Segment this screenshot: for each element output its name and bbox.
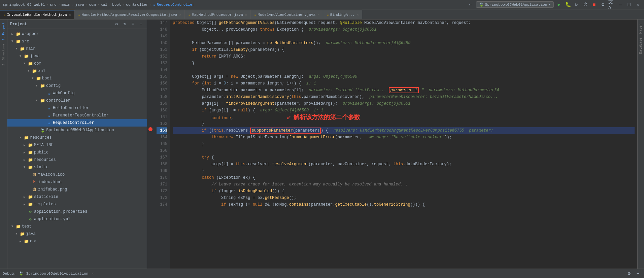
arrow-test: ▼ [11,225,15,228]
sidebar-title: Project [10,22,27,27]
tree-item-hello-controller[interactable]: ▶ ☕ HelloController [7,104,147,112]
tree-item-xu1[interactable]: ▼ 📁 xu1 [7,67,147,75]
tab-invocable-handler[interactable]: ☕ InvocableHandlerMethod.java ✕ [0,10,75,19]
arrow-java: ▼ [20,55,24,58]
sidebar-gear-icon[interactable]: ⚙ [113,21,120,28]
tree-item-config[interactable]: ▼ 📁 config [7,82,147,90]
tree-item-src[interactable]: ▼ 📁 src [7,38,147,45]
tree-item-param-controller[interactable]: ▶ ☕ ParameterTestController [7,112,147,119]
bottom-minimize-icon[interactable]: − [635,270,641,277]
code-line-150: MethodParameter[] parameters = getMethod… [173,40,635,46]
tree-item-webconfig[interactable]: ▶ ☕ WebConfig [7,90,147,97]
label-staticfile: staticFile [34,195,58,199]
tree-item-resources-sub[interactable]: ▶ 📁 resources [7,156,147,164]
tab-close-2[interactable]: ✕ [179,13,181,17]
tab-close-5[interactable]: ✕ [357,13,359,17]
navigate-back-icon[interactable]: ← [467,1,474,8]
label-config: config [46,83,61,88]
tree-item-templates[interactable]: ▶ 📁 templates [7,201,147,208]
debug-button[interactable]: 🐛 [565,1,571,8]
code-line-159: args[i] = findProvidedArgument(parameter… [173,100,635,107]
run-button[interactable]: ▶ [556,1,563,8]
tree-item-main[interactable]: ▼ 📁 main [7,45,147,53]
tree-item-test-java[interactable]: ▼ 📁 java [7,230,147,238]
tab-java-icon-5: ☕ [327,12,329,17]
label-templates: templates [34,202,56,207]
tree-item-test-com[interactable]: ▶ 📁 com [7,238,147,245]
tab-handler-method-resolver[interactable]: ☕ HandlerMethodArgumentResolverComposite… [75,10,185,19]
vtab-structure[interactable]: Z: Structure [1,42,6,67]
tree-item-app-props[interactable]: ▶ ⚙ application.properties [7,208,147,215]
sidebar-collapse-icon[interactable]: − [137,21,144,28]
tab-map-method-processor[interactable]: ☕ MapMethodProcessor.java ✕ [185,10,250,19]
code-line-161: continue; ↙ 解析该方法的第二个参数 [173,114,635,120]
bottom-close[interactable]: ✕ [92,271,94,276]
maximize-icon[interactable]: □ [626,1,633,8]
tab-close-3[interactable]: ✕ [245,13,247,17]
line-num-160: 160 [157,107,167,114]
tree-item-index-html[interactable]: ▶ H index.html [7,178,147,186]
tree-item-resources[interactable]: ▼ 📁 resources [7,134,147,141]
code-line-155: Object[] args = new Object[parameters.le… [173,73,635,80]
bottom-settings-icon[interactable]: ⚙ [626,270,633,277]
tab-binding-a[interactable]: ☕ BindingA... ✕ [323,10,362,19]
settings-icon[interactable]: ⚙ [600,1,606,8]
tab-java-icon-1: ☕ [3,13,6,17]
line-num-167: 167 [157,154,167,161]
tree-item-java[interactable]: ▼ 📁 java [7,53,147,60]
label-static: static [34,165,48,170]
tree-item-springboot-app[interactable]: ▶ 🍃 Springboot05Web01Application [7,127,147,134]
run-config-selector[interactable]: 🍃 Springboot05Web01Application ▾ [476,1,554,8]
profile-button[interactable]: ⏱ [582,1,589,8]
folder-icon-test: 📁 [15,224,21,229]
tree-item-app-yml[interactable]: ▶ ⚙ application.yml [7,215,147,223]
tree-item-favicon[interactable]: ▶ 🖼 favicon.ico [7,171,147,178]
tree-item-public[interactable]: ▶ 📁 public [7,149,147,156]
tab-close-4[interactable]: ✕ [317,13,319,17]
folder-icon-meta: 📁 [28,143,33,148]
tree-item-request-controller[interactable]: ▶ ☕ RequestController [7,119,147,127]
tree-item-test[interactable]: ▼ 📁 test [7,223,147,230]
folder-icon-boot: 📁 [36,76,41,81]
tree-item-static[interactable]: ▼ 📁 static [7,164,147,171]
tab-label-4: ModelAndViewContainer.java [258,13,316,17]
label-src: src [22,39,29,44]
sidebar-sort-icon[interactable]: ⇅ [121,21,128,28]
run-config-label: Springboot05Web01Application [485,3,547,7]
tree-item-staticfile[interactable]: ▶ 📁 staticFile [7,193,147,201]
sidebar-settings-icon[interactable]: ≡ [129,21,136,28]
close-icon[interactable]: ✕ [635,1,641,8]
editor-gutter [147,20,154,269]
code-line-165: } [173,141,635,147]
coverage-button[interactable]: ▷ [573,1,580,8]
bc-src: src [50,3,57,7]
tree-item-zhifubao[interactable]: ▶ 🖼 zhifubao.png [7,186,147,193]
code-editor: 147 148 149 150 151 152 153 154 155 156 … [147,20,644,269]
bc-boot: boot [112,3,121,7]
run-config-dropdown-icon[interactable]: ▾ [548,2,551,7]
tree-item-meta-inf[interactable]: ▶ 📁 META-INF [7,141,147,149]
stop-button[interactable]: ■ [591,1,598,8]
arrow-meta: ▶ [24,143,28,147]
tree-item-controller[interactable]: ▼ 📁 controller [7,97,147,104]
folder-icon-test-com: 📁 [24,239,29,244]
line-num-159: 159 [157,100,167,107]
label-test-java: java [26,232,36,236]
tab-label-3: MapMethodProcessor.java [192,13,243,17]
code-line-163: if (!this.resolvers.supportsParameter(pa… [173,127,635,134]
tree-item-wrapper[interactable]: ▶ 📁 wrapper [7,30,147,38]
tab-model-and-view[interactable]: ☕ ModelAndViewContainer.java ✕ [251,10,323,19]
tree-item-com[interactable]: ▼ 📁 com [7,60,147,67]
code-line-166 [173,147,635,154]
code-line-148: Object... providedArgs) throws Exception… [173,26,635,33]
tab-close-1[interactable]: ✕ [69,13,71,17]
bc-com: com [89,3,96,7]
tree-item-boot[interactable]: ▼ 📁 boot [7,75,147,82]
minimize-icon[interactable]: — [617,1,624,8]
folder-icon-resources-sub: 📁 [28,158,33,163]
folder-icon-config: 📁 [40,83,45,89]
code-content[interactable]: protected Object[] getMethodArgumentValu… [170,20,637,269]
translate-icon[interactable]: 文A [608,1,615,8]
line-num-165: 165 [157,141,167,147]
vtab-project[interactable]: 1: Project [1,21,6,42]
